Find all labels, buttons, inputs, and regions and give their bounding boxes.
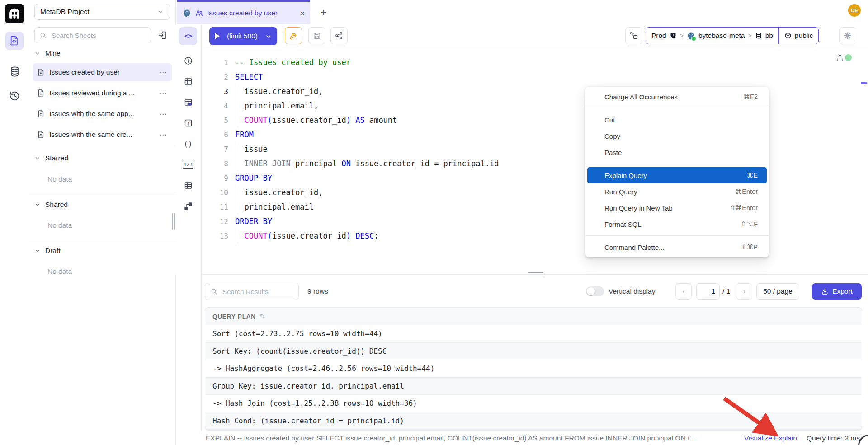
sheet-sidebar: MetaDB Project Mine Issues created by us… [29,0,176,445]
menu-item-copy[interactable]: Copy [585,128,769,144]
menu-separator [585,164,769,164]
menu-item-explain-query[interactable]: Explain Query⌘E [587,167,767,183]
page-size-select[interactable]: 50 / page [756,283,799,300]
sheet-item[interactable]: Issues reviewed during a ...⋯ [33,84,172,102]
sheet-item[interactable]: Issues created by user⋯ [33,63,172,81]
menu-item-shortcut: ⌘F2 [744,93,758,100]
menu-item-label: Copy [604,132,758,140]
chevron-down-icon [34,201,41,208]
app-rail [0,0,29,445]
menu-item-run-query[interactable]: Run Query⌘Enter [585,183,769,200]
export-button[interactable]: Export [812,283,862,300]
project-name: MetaDB Project [40,8,157,16]
results-search-input[interactable] [222,287,313,296]
rail-item-databases[interactable] [5,62,24,80]
section-header-starred[interactable]: Starred [34,152,68,164]
menu-item-label: Cut [604,116,758,124]
menu-item-label: Change All Occurrences [604,93,744,101]
sheet-item-menu-icon[interactable]: ⋯ [159,68,167,77]
menu-item-paste[interactable]: Paste [585,144,769,160]
import-sheet-button[interactable] [156,28,169,42]
database-icon [755,32,762,39]
save-icon [312,31,321,40]
page-number-input[interactable] [696,283,720,300]
section-header-draft[interactable]: Draft [34,244,61,257]
tab-issues-created-by-user[interactable]: Issues created by user × [177,0,310,24]
section-label: Starred [45,154,68,162]
query-time: Query time: 2 ms [807,434,860,442]
menu-item-label: Run Query [604,188,736,196]
sheet-item-menu-icon[interactable]: ⋯ [159,130,167,140]
instance-label: bytebase-meta [698,32,745,40]
sheet-search-input[interactable] [51,31,146,40]
line-number: 5 [202,116,228,125]
prev-page-button[interactable]: ‹ [675,283,692,300]
section-header-shared[interactable]: Shared [34,198,68,211]
app-logo[interactable] [5,4,24,23]
code-text: COUNT(issue.creator_id) DESC; [235,231,378,240]
splitter-handle[interactable] [528,272,543,277]
sheet-item-menu-icon[interactable]: ⋯ [159,109,167,119]
breadcrumb-database-scope[interactable]: Prod > bytebase-meta > bb [646,28,778,44]
menu-item-change-all-occurrences[interactable]: Change All Occurrences⌘F2 [585,89,769,105]
sheet-item[interactable]: Issues with the same cre...⋯ [33,126,172,144]
query-plan-row: Hash Cond: (issue.creator_id = principal… [205,412,862,430]
search-icon [39,32,47,39]
rail-item-sql-editor[interactable] [5,32,24,50]
visualize-explain-link[interactable]: Visualize Explain [744,434,797,442]
rail-item-history[interactable] [5,87,24,105]
schema-diagram-button[interactable] [625,27,642,44]
row-count: 9 rows [307,287,328,295]
menu-item-shortcut: ⌘E [747,172,758,179]
strip-item-tables[interactable] [179,72,197,90]
postgres-icon [183,9,191,18]
strip-item-info[interactable] [179,52,197,70]
strip-item-sequences[interactable]: 123 [179,155,197,173]
code-line: 1-- Issues created by user [202,55,868,70]
new-tab-button[interactable]: + [316,5,331,20]
menu-item-command-palette[interactable]: Command Palette...⇧⌘P [585,239,769,255]
query-plan-column-header[interactable]: QUERY PLAN [205,308,862,325]
section-header-mine[interactable]: Mine [34,47,61,60]
empty-state: No data [47,221,72,230]
code-text: INNER JOIN principal ON issue.creator_id… [235,159,499,168]
line-number: 8 [202,159,228,168]
wrench-icon [289,31,298,40]
menu-item-label: Format SQL [604,220,741,228]
query-plan-rows: Sort (cost=2.73..2.75 rows=10 width=44)S… [205,325,862,430]
run-query-button[interactable]: (limit 500) [209,27,277,45]
strip-item-procedures[interactable]: () [179,135,197,153]
menu-item-shortcut: ⇧⌘P [741,244,758,251]
sheet-code-icon [37,110,45,118]
project-selector[interactable]: MetaDB Project [34,4,170,20]
menu-item-cut[interactable]: Cut [585,112,769,128]
upload-icon[interactable] [835,53,844,62]
menu-item-label: Run Query in New Tab [604,204,730,212]
tab-close-icon[interactable]: × [299,9,306,18]
strip-item-code[interactable]: <> [179,27,197,45]
line-number: 2 [202,73,228,81]
menu-item-run-query-in-new-tab[interactable]: Run Query in New Tab⇧⌘Enter [585,200,769,216]
save-sheet-button[interactable] [308,27,326,44]
strip-item-functions[interactable]: f [179,114,197,132]
history-icon [9,90,20,102]
shield-icon [670,32,677,39]
next-page-button[interactable]: › [736,283,752,300]
share-sheet-button[interactable] [330,27,348,44]
chevron-left-icon: ‹ [682,287,685,296]
database-label: bb [765,32,773,40]
strip-item-external-tables[interactable] [179,197,197,215]
menu-item-format-sql[interactable]: Format SQL⇧⌥F [585,216,769,232]
sheet-item-menu-icon[interactable]: ⋯ [159,89,167,98]
strip-item-views[interactable] [179,176,197,194]
executed-statement: EXPLAIN -- Issues created by user SELECT… [206,434,695,442]
sheet-item[interactable]: Issues with the same app...⋯ [33,105,172,123]
format-sql-button[interactable] [285,27,302,44]
vertical-display-toggle[interactable] [586,286,604,296]
breadcrumb-schema[interactable]: public [778,28,819,44]
strip-item-schema-diagram[interactable] [179,93,197,111]
user-avatar[interactable]: DE [848,4,861,17]
vertical-display-label: Vertical display [609,287,655,295]
menu-separator [585,235,769,236]
ai-assistant-button[interactable]: ❋ [839,27,856,44]
